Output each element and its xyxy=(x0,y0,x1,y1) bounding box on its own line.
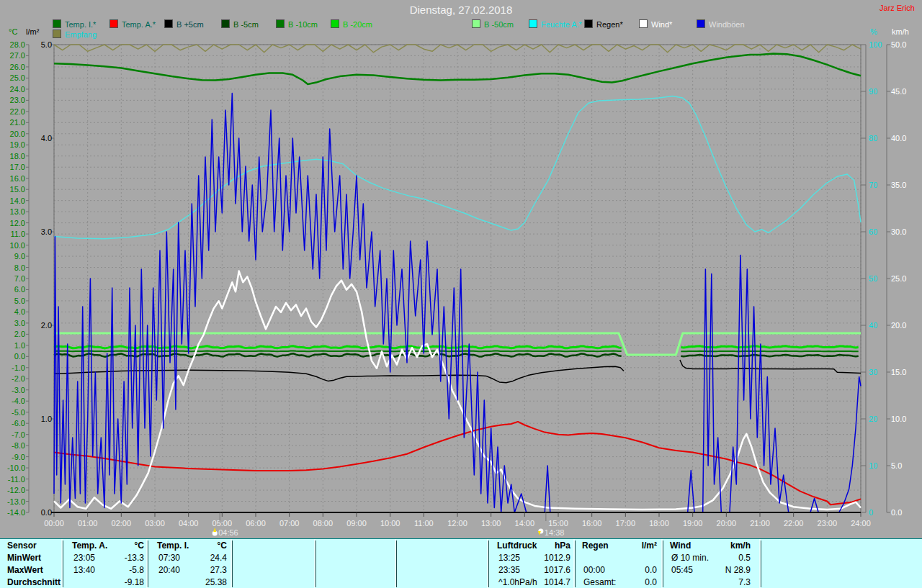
table-col-unit: km/h xyxy=(730,540,751,551)
table-cell-time: ^1.0hPa/h xyxy=(498,577,537,587)
x-axis-label: 24:00 xyxy=(851,519,871,528)
c-tick-label: 23.0 xyxy=(10,96,25,104)
kmh-tick-label: 15.0 xyxy=(891,368,906,376)
kmh-tick-label: 10.0 xyxy=(891,415,906,423)
table-col-header: Regen xyxy=(582,540,609,551)
c-tick-label: 2.0 xyxy=(14,330,25,338)
table-col-header: Luftdruck xyxy=(497,540,537,551)
table-col-header: Wind xyxy=(670,540,691,551)
table-cell-value: 0.0 xyxy=(645,577,657,587)
table-row-label: MinWert xyxy=(7,553,41,563)
c-tick-label: -8.0 xyxy=(12,441,25,450)
table-cell-value: 25.38 xyxy=(205,577,227,587)
series-b_m5cm xyxy=(681,355,858,356)
c-tick-label: -6.0 xyxy=(12,419,25,428)
table-col-unit: l/m² xyxy=(642,540,657,551)
x-axis-label: 04:00 xyxy=(179,519,199,528)
table-cell-value: 7.3 xyxy=(738,577,751,587)
x-axis-label: 12:00 xyxy=(447,519,467,528)
c-tick-label: -9.0 xyxy=(12,453,25,461)
x-axis-label: 15:00 xyxy=(548,519,568,528)
c-tick-label: 25.0 xyxy=(10,73,25,82)
c-tick-label: 20.0 xyxy=(10,130,25,138)
x-axis-label: 06:00 xyxy=(246,519,266,528)
table-cell-time: 07:30 xyxy=(158,553,180,563)
table-col-header: Temp. A. xyxy=(72,540,107,551)
table-divider xyxy=(396,540,397,587)
kmh-tick-label: 40.0 xyxy=(891,134,906,143)
x-axis-label: 17:00 xyxy=(616,519,636,528)
table-cell-value: N 28.9 xyxy=(725,565,751,575)
x-axis-label: 03:00 xyxy=(145,519,165,528)
pct-tick-label: 100 xyxy=(869,40,882,49)
x-axis-label: 05:00 xyxy=(212,519,233,528)
table-divider xyxy=(488,540,489,587)
table-cell-time: Ø 10 min. xyxy=(671,553,709,563)
c-tick-label: 18.0 xyxy=(10,152,25,160)
c-tick-label: -10.0 xyxy=(7,463,25,472)
table-cell-time: 00:00 xyxy=(583,565,605,575)
c-tick-label: 19.0 xyxy=(10,140,25,149)
pct-tick-label: 40 xyxy=(869,321,877,330)
x-axis-label: 21:00 xyxy=(750,519,770,528)
x-axis-label: 22:00 xyxy=(784,519,804,528)
c-tick-label: 17.0 xyxy=(10,163,25,171)
table-col-unit: °C xyxy=(218,540,227,551)
pct-tick-label: 50 xyxy=(869,274,877,283)
c-tick-label: -12.0 xyxy=(7,486,25,494)
c-tick-label: 7.0 xyxy=(14,274,25,283)
table-divider xyxy=(663,540,663,587)
table-row-label: Durchschnitt xyxy=(7,577,61,587)
x-axis-label: 14:00 xyxy=(515,519,535,528)
table-cell-time: Gesamt: xyxy=(583,577,616,587)
sunrise-icon xyxy=(213,528,216,532)
pct-tick-label: 90 xyxy=(869,87,877,96)
weather-app-window: Dienstag, 27.02.2018 Jarz Erich Temp. I.… xyxy=(0,0,922,588)
x-axis-label: 01:00 xyxy=(78,519,98,528)
sunrise-time-label: 04:56 xyxy=(218,528,238,537)
c-tick-label: 0.0 xyxy=(14,352,25,361)
table-cell-time: 05:45 xyxy=(671,565,693,575)
pct-tick-label: 20 xyxy=(869,415,877,423)
table-cell-time: 23:05 xyxy=(73,553,95,563)
c-tick-label: 14.0 xyxy=(10,196,25,205)
c-tick-label: 1.0 xyxy=(14,341,25,350)
c-tick-label: -13.0 xyxy=(7,497,25,506)
weather-chart: 28.027.026.025.024.023.022.021.020.019.0… xyxy=(0,0,922,538)
x-axis-label: 10:00 xyxy=(380,519,400,528)
c-tick-label: -5.0 xyxy=(12,408,25,417)
kmh-tick-label: 30.0 xyxy=(891,227,906,236)
lm2-tick-label: 4.0 xyxy=(41,134,52,143)
series-b_m10cm xyxy=(681,351,858,352)
table-col-unit: °C xyxy=(135,540,144,551)
table-cell-time: 13:25 xyxy=(498,553,520,563)
c-tick-label: -2.0 xyxy=(12,374,25,383)
x-axis-label: 07:00 xyxy=(279,519,300,528)
c-tick-label: -4.0 xyxy=(12,397,25,405)
table-cell-value: 0.0 xyxy=(645,565,657,575)
table-cell-value: 1012.9 xyxy=(544,553,570,563)
series-b_m5cm xyxy=(54,353,622,356)
series-temp_i xyxy=(54,53,861,84)
lm2-tick-label: 1.0 xyxy=(41,415,52,423)
series-b_m10cm xyxy=(54,351,622,352)
c-tick-label: -14.0 xyxy=(7,508,25,517)
table-divider xyxy=(761,540,761,587)
table-cell-value: -9.18 xyxy=(125,577,144,587)
table-cell-time: 20:40 xyxy=(158,565,180,575)
table-cell-time: 13:40 xyxy=(73,565,95,575)
x-axis-label: 20:00 xyxy=(717,519,737,528)
kmh-tick-label: 20.0 xyxy=(891,321,906,330)
table-col-unit: hPa xyxy=(555,540,570,551)
kmh-tick-label: 35.0 xyxy=(891,181,906,189)
table-col-header: Temp. I. xyxy=(157,540,189,551)
c-tick-label: 22.0 xyxy=(10,107,25,116)
c-tick-label: 21.0 xyxy=(10,118,25,127)
kmh-tick-label: 5.0 xyxy=(891,461,902,470)
pct-tick-label: 70 xyxy=(869,181,877,189)
series-b_m20cm xyxy=(54,346,622,348)
c-tick-label: 11.0 xyxy=(10,230,25,238)
c-tick-label: 4.0 xyxy=(14,307,25,316)
table-cell-time: 23:35 xyxy=(498,565,520,575)
table-cell-value: -5.8 xyxy=(129,565,144,575)
